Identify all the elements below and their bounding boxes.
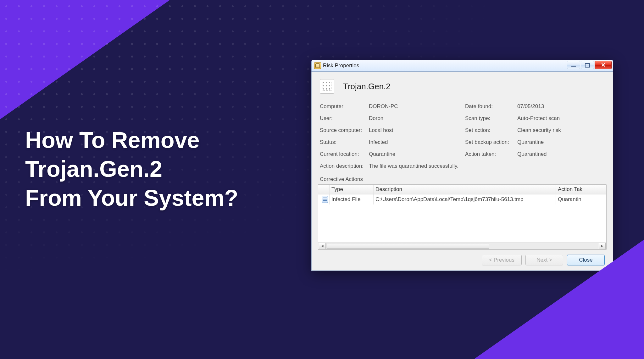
close-button[interactable]: ✕ [595, 61, 612, 69]
risk-header-row: Trojan.Gen.2 [318, 76, 607, 98]
row-icon-cell [318, 194, 330, 204]
stage: How To Remove Trojan.Gen.2 From Your Sys… [0, 0, 644, 359]
corrective-actions-table: Type Description Action Tak Infected Fil… [318, 184, 607, 250]
corner-accent-top-left [0, 0, 170, 119]
scroll-thumb[interactable] [327, 243, 489, 249]
headline-line-2: Trojan.Gen.2 [25, 155, 238, 183]
status-label: Status: [320, 139, 367, 145]
col-action-taken[interactable]: Action Tak [556, 185, 606, 194]
horizontal-scrollbar[interactable]: ◄ ► [318, 242, 606, 249]
previous-button[interactable]: < Previous [482, 255, 522, 265]
risk-properties-window: Risk Properties ✕ Trojan.Gen.2 Computer:… [311, 60, 613, 271]
user-label: User: [320, 115, 367, 122]
source-value: Local host [369, 127, 463, 133]
col-description[interactable]: Description [374, 185, 556, 194]
titlebar[interactable]: Risk Properties ✕ [311, 60, 613, 72]
maximize-button[interactable] [581, 61, 594, 69]
setbackup-value: Quarantine [517, 139, 605, 145]
headline-line-1: How To Remove [25, 126, 238, 155]
col-icon [318, 185, 330, 194]
details-grid: Computer: DORON-PC Date found: 07/05/201… [318, 98, 607, 172]
computer-label: Computer: [320, 103, 367, 110]
corrective-actions-title: Corrective Actions [320, 176, 605, 182]
setbackup-label: Set backup action: [465, 139, 515, 145]
row-description: C:\Users\Doron\AppData\Local\Temp\1qsj6m… [374, 194, 556, 204]
datefound-value: 07/05/2013 [517, 103, 605, 110]
risk-icon [320, 79, 334, 94]
scantype-label: Scan type: [465, 115, 515, 122]
scroll-right-button[interactable]: ► [599, 243, 606, 249]
scantype-value: Auto-Protect scan [517, 115, 605, 122]
scroll-left-button[interactable]: ◄ [319, 243, 326, 249]
table-empty-area [318, 204, 606, 242]
svg-marker-0 [0, 0, 170, 119]
actiontaken-label: Action taken: [465, 151, 515, 157]
window-body: Trojan.Gen.2 Computer: DORON-PC Date fou… [311, 72, 613, 271]
status-value: Infected [369, 139, 463, 145]
actiondesc-value: The file was quarantined successfully. [369, 163, 458, 169]
source-label: Source computer: [320, 127, 367, 133]
risk-name: Trojan.Gen.2 [343, 82, 391, 91]
location-value: Quarantine [369, 151, 463, 157]
window-title: Risk Properties [323, 63, 359, 69]
headline: How To Remove Trojan.Gen.2 From Your Sys… [25, 126, 238, 212]
shield-icon [314, 62, 321, 69]
row-action: Quarantin [556, 194, 606, 204]
file-icon [322, 196, 328, 203]
setaction-label: Set action: [465, 127, 515, 133]
scroll-track[interactable] [326, 243, 598, 249]
headline-line-3: From Your System? [25, 183, 238, 212]
minimize-button[interactable] [567, 61, 580, 69]
user-value: Doron [369, 115, 463, 122]
computer-value: DORON-PC [369, 103, 463, 110]
next-button[interactable]: Next > [525, 255, 563, 265]
col-type[interactable]: Type [330, 185, 374, 194]
datefound-label: Date found: [465, 103, 515, 110]
setaction-value: Clean security risk [517, 127, 605, 133]
table-header: Type Description Action Tak [318, 185, 606, 194]
location-label: Current location: [320, 151, 367, 157]
table-row[interactable]: Infected File C:\Users\Doron\AppData\Loc… [318, 194, 606, 204]
close-dialog-button[interactable]: Close [567, 255, 605, 265]
actiondesc-label: Action description: [320, 163, 367, 169]
row-type: Infected File [330, 194, 374, 204]
button-row: < Previous Next > Close [318, 250, 607, 265]
actiontaken-value: Quarantined [517, 151, 605, 157]
